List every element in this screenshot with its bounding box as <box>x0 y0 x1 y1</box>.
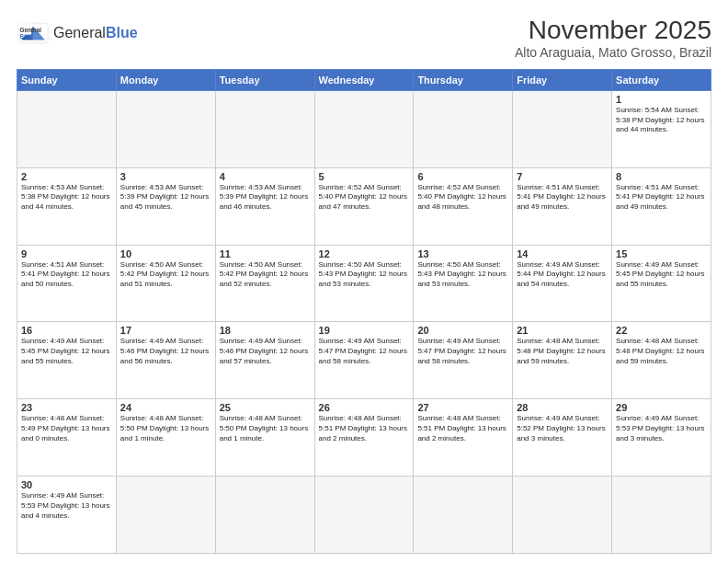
day-info: Sunrise: 4:48 AM Sunset: 5:51 PM Dayligh… <box>319 414 410 443</box>
calendar-cell: 23Sunrise: 4:48 AM Sunset: 5:49 PM Dayli… <box>17 399 117 477</box>
day-number: 26 <box>319 402 410 413</box>
calendar-cell: 12Sunrise: 4:50 AM Sunset: 5:43 PM Dayli… <box>314 245 414 322</box>
calendar-subtitle: Alto Araguaia, Mato Grosso, Brazil <box>515 45 711 60</box>
calendar-cell <box>414 90 513 167</box>
day-info: Sunrise: 4:49 AM Sunset: 5:47 PM Dayligh… <box>319 337 410 366</box>
calendar-cell: 15Sunrise: 4:49 AM Sunset: 5:45 PM Dayli… <box>612 245 711 322</box>
header-friday: Friday <box>513 69 612 90</box>
calendar-cell <box>612 477 711 554</box>
day-number: 13 <box>417 248 508 259</box>
calendar-cell <box>116 477 215 554</box>
calendar-cell: 21Sunrise: 4:48 AM Sunset: 5:48 PM Dayli… <box>513 322 612 399</box>
day-info: Sunrise: 4:49 AM Sunset: 5:53 PM Dayligh… <box>616 414 707 443</box>
day-number: 17 <box>120 325 211 336</box>
calendar-cell: 11Sunrise: 4:50 AM Sunset: 5:42 PM Dayli… <box>215 245 314 322</box>
calendar-cell: 14Sunrise: 4:49 AM Sunset: 5:44 PM Dayli… <box>513 245 612 322</box>
calendar-cell: 28Sunrise: 4:49 AM Sunset: 5:52 PM Dayli… <box>513 399 612 477</box>
calendar-cell <box>513 477 612 554</box>
title-block: November 2025 Alto Araguaia, Mato Grosso… <box>515 17 711 60</box>
day-number: 4 <box>220 171 311 182</box>
day-number: 22 <box>616 325 707 336</box>
day-info: Sunrise: 4:49 AM Sunset: 5:52 PM Dayligh… <box>517 414 608 443</box>
day-info: Sunrise: 4:49 AM Sunset: 5:47 PM Dayligh… <box>417 337 508 366</box>
day-info: Sunrise: 4:49 AM Sunset: 5:46 PM Dayligh… <box>120 337 211 366</box>
calendar-cell: 4Sunrise: 4:53 AM Sunset: 5:39 PM Daylig… <box>215 167 314 245</box>
day-info: Sunrise: 4:53 AM Sunset: 5:39 PM Dayligh… <box>220 183 311 213</box>
calendar-cell: 24Sunrise: 4:48 AM Sunset: 5:50 PM Dayli… <box>116 399 215 477</box>
calendar-cell: 8Sunrise: 4:51 AM Sunset: 5:41 PM Daylig… <box>612 167 711 245</box>
day-info: Sunrise: 4:48 AM Sunset: 5:50 PM Dayligh… <box>120 414 211 443</box>
day-info: Sunrise: 4:51 AM Sunset: 5:41 PM Dayligh… <box>517 183 608 213</box>
calendar-cell <box>314 90 414 167</box>
calendar-cell: 29Sunrise: 4:49 AM Sunset: 5:53 PM Dayli… <box>612 399 711 477</box>
day-info: Sunrise: 4:50 AM Sunset: 5:42 PM Dayligh… <box>120 260 211 290</box>
day-info: Sunrise: 4:48 AM Sunset: 5:51 PM Dayligh… <box>417 414 508 443</box>
calendar-cell: 20Sunrise: 4:49 AM Sunset: 5:47 PM Dayli… <box>414 322 513 399</box>
calendar-cell <box>314 477 414 554</box>
calendar-cell <box>116 90 215 167</box>
day-number: 23 <box>21 402 112 413</box>
header: General Blue GeneralBlue November 2025 A… <box>17 17 711 60</box>
calendar-cell: 2Sunrise: 4:53 AM Sunset: 5:38 PM Daylig… <box>17 167 117 245</box>
calendar-cell <box>414 477 513 554</box>
day-info: Sunrise: 4:49 AM Sunset: 5:46 PM Dayligh… <box>220 337 311 366</box>
logo-text: GeneralBlue <box>53 24 138 41</box>
calendar-cell: 26Sunrise: 4:48 AM Sunset: 5:51 PM Dayli… <box>314 399 414 477</box>
day-number: 18 <box>220 325 311 336</box>
day-number: 25 <box>220 402 311 413</box>
day-info: Sunrise: 4:49 AM Sunset: 5:45 PM Dayligh… <box>21 337 112 366</box>
day-number: 10 <box>120 248 211 259</box>
day-info: Sunrise: 4:52 AM Sunset: 5:40 PM Dayligh… <box>319 183 410 213</box>
day-info: Sunrise: 4:51 AM Sunset: 5:41 PM Dayligh… <box>616 183 707 213</box>
day-number: 9 <box>21 248 112 259</box>
day-number: 24 <box>120 402 211 413</box>
calendar-cell: 13Sunrise: 4:50 AM Sunset: 5:43 PM Dayli… <box>414 245 513 322</box>
day-number: 20 <box>417 325 508 336</box>
calendar-cell <box>513 90 612 167</box>
day-number: 16 <box>21 325 112 336</box>
day-info: Sunrise: 4:49 AM Sunset: 5:44 PM Dayligh… <box>517 260 608 290</box>
header-sunday: Sunday <box>17 69 117 90</box>
day-number: 3 <box>120 171 211 182</box>
calendar-header-row: Sunday Monday Tuesday Wednesday Thursday… <box>17 69 711 90</box>
day-number: 2 <box>21 171 112 182</box>
calendar-cell <box>215 477 314 554</box>
day-info: Sunrise: 4:49 AM Sunset: 5:53 PM Dayligh… <box>21 491 112 521</box>
svg-text:General: General <box>20 27 42 33</box>
calendar-cell: 18Sunrise: 4:49 AM Sunset: 5:46 PM Dayli… <box>215 322 314 399</box>
day-info: Sunrise: 4:51 AM Sunset: 5:41 PM Dayligh… <box>21 260 112 290</box>
day-number: 12 <box>319 248 410 259</box>
calendar-cell: 9Sunrise: 4:51 AM Sunset: 5:41 PM Daylig… <box>17 245 117 322</box>
svg-text:Blue: Blue <box>20 33 33 40</box>
calendar-cell: 30Sunrise: 4:49 AM Sunset: 5:53 PM Dayli… <box>17 477 117 554</box>
logo: General Blue GeneralBlue <box>17 17 138 50</box>
day-info: Sunrise: 4:50 AM Sunset: 5:43 PM Dayligh… <box>417 260 508 290</box>
calendar-cell: 1Sunrise: 5:54 AM Sunset: 5:38 PM Daylig… <box>612 90 711 167</box>
calendar-title: November 2025 <box>515 17 711 45</box>
calendar-cell: 25Sunrise: 4:48 AM Sunset: 5:50 PM Dayli… <box>215 399 314 477</box>
day-info: Sunrise: 4:53 AM Sunset: 5:39 PM Dayligh… <box>120 183 211 213</box>
day-number: 14 <box>517 248 608 259</box>
calendar-cell: 27Sunrise: 4:48 AM Sunset: 5:51 PM Dayli… <box>414 399 513 477</box>
day-number: 7 <box>517 171 608 182</box>
day-number: 8 <box>616 171 707 182</box>
calendar-cell: 7Sunrise: 4:51 AM Sunset: 5:41 PM Daylig… <box>513 167 612 245</box>
page: General Blue GeneralBlue November 2025 A… <box>0 0 728 563</box>
day-number: 1 <box>616 94 707 105</box>
day-number: 5 <box>319 171 410 182</box>
calendar-cell <box>17 90 117 167</box>
day-info: Sunrise: 5:54 AM Sunset: 5:38 PM Dayligh… <box>616 106 707 135</box>
calendar-cell: 10Sunrise: 4:50 AM Sunset: 5:42 PM Dayli… <box>116 245 215 322</box>
calendar-cell: 22Sunrise: 4:48 AM Sunset: 5:48 PM Dayli… <box>612 322 711 399</box>
calendar-cell: 16Sunrise: 4:49 AM Sunset: 5:45 PM Dayli… <box>17 322 117 399</box>
header-monday: Monday <box>116 69 215 90</box>
calendar-cell <box>215 90 314 167</box>
day-number: 29 <box>616 402 707 413</box>
header-wednesday: Wednesday <box>314 69 414 90</box>
day-number: 28 <box>517 402 608 413</box>
day-info: Sunrise: 4:48 AM Sunset: 5:49 PM Dayligh… <box>21 414 112 443</box>
day-number: 27 <box>417 402 508 413</box>
day-number: 11 <box>220 248 311 259</box>
calendar-cell: 5Sunrise: 4:52 AM Sunset: 5:40 PM Daylig… <box>314 167 414 245</box>
calendar-cell: 3Sunrise: 4:53 AM Sunset: 5:39 PM Daylig… <box>116 167 215 245</box>
